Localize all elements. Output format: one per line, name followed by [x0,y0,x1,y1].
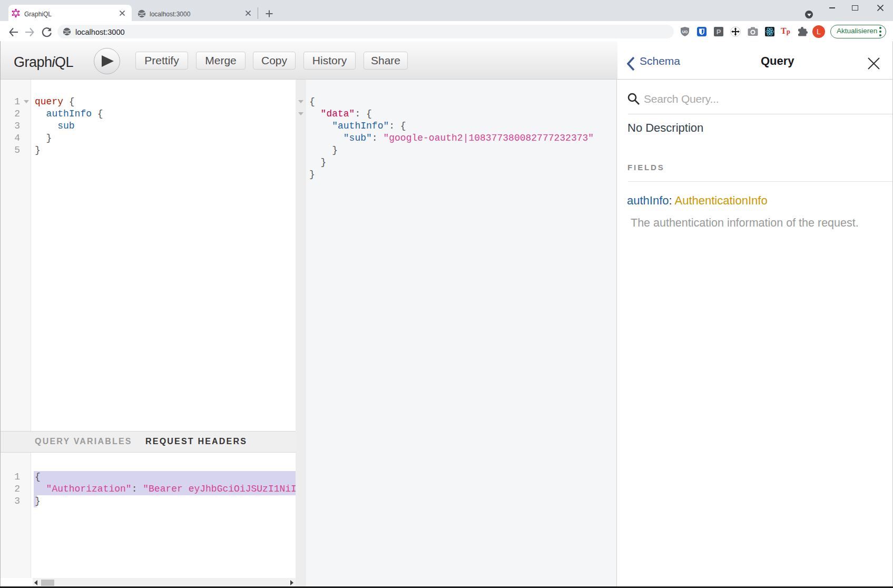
svg-text:P: P [717,28,721,36]
svg-text:UO: UO [682,30,688,34]
